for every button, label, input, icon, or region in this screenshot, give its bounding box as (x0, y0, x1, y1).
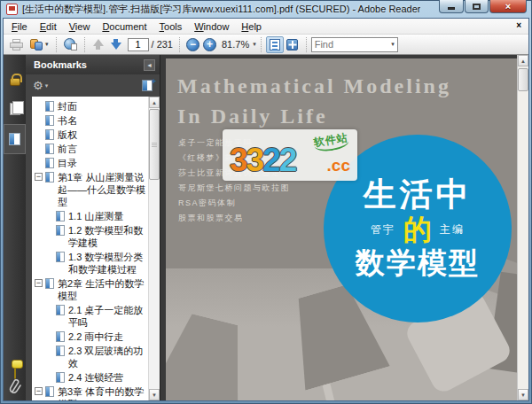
share-button[interactable] (61, 36, 80, 53)
zoom-in-button[interactable]: + (203, 38, 216, 51)
comments-panel-button[interactable] (14, 363, 16, 379)
collapse-icon[interactable]: − (35, 173, 43, 181)
document-scrollbar[interactable]: ▲ ▼ (517, 55, 528, 400)
maximize-button[interactable] (465, 0, 489, 13)
zoom-level-value[interactable]: 81.7% (222, 39, 249, 50)
close-document-icon[interactable]: × (516, 20, 521, 30)
bookmark-item[interactable]: 目录 (33, 156, 147, 170)
bookmark-item[interactable]: −第1章 从山崖测量说起——什么是数学模型 (33, 170, 147, 209)
paperclip-icon (9, 379, 21, 393)
collapse-icon[interactable]: − (35, 279, 43, 287)
menu-help[interactable]: Help (235, 19, 268, 34)
bookmark-page-icon (45, 115, 54, 126)
bookmark-item[interactable]: 1.3 数学模型分类和数学建模过程 (33, 250, 147, 276)
scrollbar-thumb[interactable] (149, 109, 160, 180)
toolbar-separator (179, 37, 180, 52)
bookmark-item[interactable]: 1.1 山崖测量 (33, 209, 147, 223)
bookmark-page-icon (45, 172, 54, 183)
bookmark-page-icon (45, 158, 54, 168)
arrow-down-icon (111, 39, 121, 50)
cover-topic-line: RSA密码体制 (178, 196, 290, 211)
collapse-icon[interactable]: − (35, 387, 43, 395)
find-input[interactable] (315, 39, 391, 50)
security-settings-button[interactable] (4, 64, 26, 94)
print-button[interactable] (7, 36, 27, 53)
cover-shape (166, 307, 267, 400)
attachments-panel-button[interactable] (9, 379, 21, 393)
bookmark-label: 目录 (58, 157, 77, 169)
scrollbar-thumb[interactable] (518, 68, 528, 91)
minimize-button[interactable] (439, 0, 464, 13)
bookmark-item[interactable]: 2.2 雨中行走 (33, 330, 147, 344)
collapse-panel-button[interactable]: ◄ (144, 59, 155, 71)
fit-page-button[interactable] (284, 36, 301, 53)
find-caret-icon[interactable]: ▾ (391, 41, 395, 48)
bookmarks-panel-title: Bookmarks (34, 59, 87, 70)
bookmark-item[interactable]: 前言 (33, 142, 147, 156)
bookmark-item[interactable]: 1.2 数学模型和数学建模 (33, 223, 147, 250)
pages-panel-button[interactable] (4, 94, 26, 124)
bookmark-item[interactable]: 书名 (33, 113, 147, 128)
watermark-badge: 软件站 3322 .cc (223, 129, 357, 181)
main-area: Bookmarks ◄ ⚙ ▾ 封面书名版权前言目录−第1章 从山崖测量说起——… (4, 55, 528, 400)
menu-window[interactable]: Window (188, 19, 235, 34)
watermark-digit: 2 (279, 142, 296, 178)
bookmark-item[interactable]: 封面 (33, 99, 147, 113)
pdf-file-icon (6, 4, 18, 15)
bookmark-item[interactable]: −第3章 体育中的数学模型 (33, 385, 147, 400)
watermark-digit: 3 (230, 142, 246, 178)
pages-icon (10, 103, 20, 115)
collaborate-icon (29, 38, 43, 50)
scroll-down-icon[interactable]: ▼ (149, 389, 160, 400)
adobe-reader-window: [生活中的数学模型].管宇.扫描版[学习库www.xuexi111.com].p… (0, 0, 532, 404)
cover-title-line2: In Daily Life (177, 101, 451, 131)
scroll-up-icon[interactable]: ▲ (149, 97, 160, 108)
bookmarks-body: 封面书名版权前言目录−第1章 从山崖测量说起——什么是数学模型1.1 山崖测量1… (26, 97, 160, 400)
gear-icon[interactable]: ⚙ (33, 80, 43, 91)
bookmark-item[interactable]: 2.3 双层玻璃的功效 (33, 344, 147, 370)
bookmarks-panel-button[interactable] (4, 124, 26, 154)
close-icon: × (505, 1, 511, 12)
next-page-button[interactable] (107, 36, 125, 53)
menu-view[interactable]: View (63, 19, 97, 34)
page-number-input[interactable] (128, 38, 149, 51)
title-bar[interactable]: [生活中的数学模型].管宇.扫描版[学习库www.xuexi111.com].p… (3, 0, 529, 18)
zoom-caret-icon[interactable]: ▾ (253, 41, 256, 48)
bookmarks-panel-header: Bookmarks ◄ (26, 55, 160, 74)
collaborate-button[interactable]: ▾ (27, 36, 51, 53)
menu-tools[interactable]: Tools (153, 19, 189, 34)
bookmarks-scrollbar[interactable]: ▲ ▼ (148, 97, 160, 400)
bookmarks-list: 封面书名版权前言目录−第1章 从山崖测量说起——什么是数学模型1.1 山崖测量1… (32, 97, 148, 400)
navigation-strip-bottom (9, 363, 21, 400)
bookmark-item[interactable]: −第2章 生活中的数学模型 (33, 276, 147, 303)
bookmark-page-icon (56, 211, 65, 221)
bookmarks-panel: Bookmarks ◄ ⚙ ▾ 封面书名版权前言目录−第1章 从山崖测量说起——… (26, 55, 160, 400)
close-button[interactable]: × (489, 0, 527, 13)
gear-caret-icon[interactable]: ▾ (45, 82, 49, 89)
window-title: [生活中的数学模型].管宇.扫描版[学习库www.xuexi111.com].p… (22, 3, 420, 16)
maximize-icon (473, 4, 481, 10)
find-box[interactable]: ▾ (311, 37, 398, 52)
menu-edit[interactable]: Edit (34, 19, 63, 34)
bookmark-item[interactable]: 版权 (33, 128, 147, 142)
bookmark-label: 第1章 从山崖测量说起——什么是数学模型 (58, 171, 146, 208)
scroll-down-icon[interactable]: ▼ (518, 389, 528, 400)
bookmark-label: 1.1 山崖测量 (68, 210, 123, 222)
cover-title: Mathematical Modeling In Daily Life (177, 71, 451, 131)
bookmark-page-icon (45, 386, 54, 397)
bookmark-label: 书名 (58, 114, 77, 127)
bookmark-item[interactable]: 2.1 桌子一定能放平吗 (33, 303, 147, 330)
menu-document[interactable]: Document (96, 19, 153, 34)
document-area: Mathematical Modeling In Daily Life 桌子一定… (160, 55, 528, 400)
scroll-up-icon[interactable]: ▲ (518, 55, 528, 66)
scrolling-mode-button[interactable] (266, 36, 284, 53)
previous-page-button[interactable] (90, 36, 107, 53)
bookmark-item[interactable]: 2.4 连锁经营 (33, 370, 147, 385)
new-bookmark-icon[interactable] (142, 80, 153, 91)
cover-title-line1: Mathematical Modeling (177, 71, 451, 101)
bookmark-page-icon (56, 252, 65, 262)
zoom-out-button[interactable]: − (186, 38, 200, 51)
menu-file[interactable]: File (5, 19, 34, 34)
navigation-strip (4, 55, 26, 400)
badge-editor-label: 主编 (440, 222, 465, 237)
